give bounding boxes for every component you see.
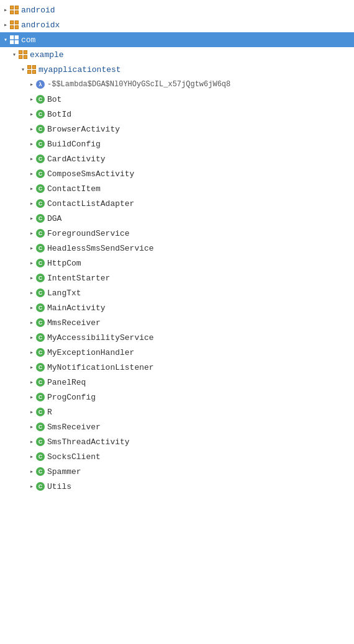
tree-arrow[interactable] [27, 110, 36, 119]
tree-item-IntentStarter[interactable]: CIntentStarter [0, 271, 354, 285]
tree-arrow[interactable] [27, 363, 36, 372]
tree-item-SocksClient[interactable]: CSocksClient [0, 449, 354, 464]
class-icon: C [36, 378, 45, 387]
tree-arrow[interactable] [27, 244, 36, 253]
tree-item-ProgConfig[interactable]: CProgConfig [0, 390, 354, 405]
class-icon: C [36, 423, 45, 431]
tree-arrow[interactable] [27, 408, 36, 416]
class-icon: C [36, 214, 45, 223]
tree-item-SmsThreadActivity[interactable]: CSmsThreadActivity [0, 434, 354, 449]
tree-item-PanelReq[interactable]: CPanelReq [0, 375, 354, 390]
svg-rect-14 [11, 26, 13, 29]
tree-item-ComposeSmsActivity[interactable]: CComposeSmsActivity [0, 166, 354, 181]
tree-arrow[interactable] [27, 452, 36, 461]
tree-arrow[interactable] [1, 20, 10, 29]
tree-arrow[interactable] [27, 169, 36, 178]
tree-item-label: example [30, 50, 64, 60]
tree-item-ContactListAdapter[interactable]: CContactListAdapter [0, 196, 354, 211]
tree-item-label: MainActivity [47, 303, 106, 313]
tree-arrow[interactable] [27, 393, 36, 401]
tree-item-BotId[interactable]: CBotId [0, 107, 354, 122]
tree-item-androidx[interactable]: androidx [0, 17, 354, 32]
tree-item-lambda[interactable]: λ-$$Lambda$DGA$Nl0YHOyGScIL_x57jQgtw6jW6… [0, 77, 354, 92]
class-icon: C [36, 408, 45, 416]
tree-item-com[interactable]: com [0, 32, 354, 47]
tree-item-ContactItem[interactable]: CContactItem [0, 181, 354, 196]
tree-arrow[interactable] [27, 214, 36, 223]
tree-arrow[interactable] [27, 467, 36, 476]
tree-item-HttpCom[interactable]: CHttpCom [0, 256, 354, 271]
tree-arrow[interactable] [27, 229, 36, 238]
tree-item-label: com [21, 35, 35, 45]
tree-arrow[interactable] [27, 274, 36, 282]
tree-arrow[interactable] [27, 95, 36, 104]
tree-arrow[interactable] [1, 35, 10, 44]
tree-arrow[interactable] [1, 6, 10, 14]
tree-arrow[interactable] [27, 303, 36, 312]
tree-arrow[interactable] [27, 140, 36, 148]
tree-item-LangTxt[interactable]: CLangTxt [0, 285, 354, 300]
package-icon [27, 65, 36, 74]
tree-item-Spammer[interactable]: CSpammer [0, 464, 354, 479]
tree-item-label: ProgConfig [47, 393, 96, 402]
tree-item-ForegroundService[interactable]: CForegroundService [0, 226, 354, 241]
tree-arrow[interactable] [19, 65, 27, 74]
svg-rect-20 [11, 36, 13, 38]
tree-item-BrowserActivity[interactable]: CBrowserActivity [0, 122, 354, 136]
svg-rect-23 [16, 41, 18, 43]
tree-arrow[interactable] [27, 423, 36, 431]
class-icon: C [36, 95, 45, 104]
tree-item-R[interactable]: CR [0, 405, 354, 419]
svg-rect-37 [33, 66, 35, 68]
tree-item-DGA[interactable]: CDGA [0, 211, 354, 226]
class-icon: C [36, 229, 45, 238]
tree-arrow[interactable] [27, 437, 36, 446]
tree-item-label: DGA [47, 214, 61, 223]
class-icon: C [36, 348, 45, 357]
tree-arrow[interactable] [27, 348, 36, 357]
tree-item-MmsReceiver[interactable]: CMmsReceiver [0, 315, 354, 330]
tree-item-CardActivity[interactable]: CCardActivity [0, 151, 354, 166]
tree-item-label: MmsReceiver [47, 318, 101, 328]
tree-item-label: SocksClient [47, 452, 101, 462]
tree-arrow[interactable] [27, 378, 36, 387]
tree-arrow[interactable] [27, 259, 36, 267]
tree-arrow[interactable] [27, 482, 36, 491]
tree-arrow[interactable] [27, 318, 36, 327]
tree-item-SmsReceiver[interactable]: CSmsReceiver [0, 419, 354, 434]
tree-arrow[interactable] [27, 184, 36, 193]
tree-item-MyExceptionHandler[interactable]: CMyExceptionHandler [0, 345, 354, 360]
tree-item-MyNotificationListener[interactable]: CMyNotificationListener [0, 360, 354, 375]
tree-arrow[interactable] [27, 199, 36, 208]
tree-item-MainActivity[interactable]: CMainActivity [0, 300, 354, 315]
tree-item-label: BuildConfig [47, 140, 101, 149]
tree-item-Bot[interactable]: CBot [0, 92, 354, 107]
tree-item-myapplicationtest[interactable]: myapplicationtest [0, 62, 354, 77]
class-icon: C [36, 482, 45, 491]
tree-arrow[interactable] [27, 333, 36, 342]
svg-rect-36 [28, 66, 30, 68]
svg-rect-29 [24, 51, 27, 53]
class-icon: C [36, 333, 45, 342]
tree-item-MyAccessibilityService[interactable]: CMyAccessibilityService [0, 330, 354, 345]
svg-rect-21 [16, 36, 18, 38]
tree-arrow[interactable] [10, 50, 19, 59]
class-icon: C [36, 467, 45, 476]
tree-item-android[interactable]: android [0, 2, 354, 17]
tree-item-Utils[interactable]: CUtils [0, 479, 354, 494]
tree-item-label: MyExceptionHandler [47, 348, 134, 357]
tree-item-BuildConfig[interactable]: CBuildConfig [0, 136, 354, 151]
tree-arrow[interactable] [27, 125, 36, 133]
tree-item-label: HeadlessSmsSendService [47, 244, 154, 253]
tree-arrow[interactable] [27, 154, 36, 163]
svg-rect-6 [11, 11, 13, 14]
tree-item-label: LangTxt [47, 288, 81, 298]
tree-arrow[interactable] [27, 80, 36, 89]
tree-item-HeadlessSmsSendService[interactable]: CHeadlessSmsSendService [0, 241, 354, 256]
class-icon: C [36, 318, 45, 327]
class-icon: C [36, 274, 45, 282]
tree-arrow[interactable] [27, 288, 36, 297]
tree-item-label: Utils [47, 482, 71, 491]
tree-item-example[interactable]: example [0, 47, 354, 62]
svg-rect-38 [28, 71, 30, 73]
